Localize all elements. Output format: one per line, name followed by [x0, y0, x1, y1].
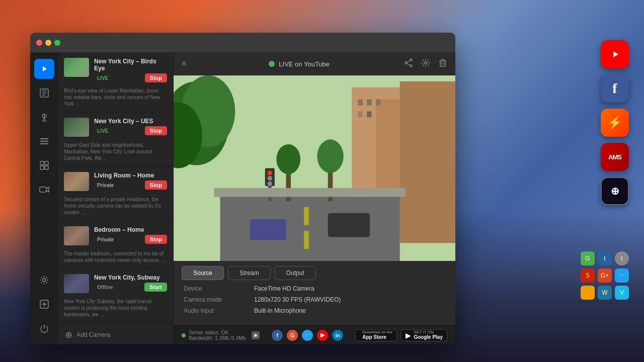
appstore-badge[interactable]: Download on the App Store — [355, 329, 397, 341]
right-app-icons: f ⚡ AMS ⊕ — [601, 40, 629, 205]
svg-point-18 — [43, 279, 46, 282]
server-status-dot — [182, 333, 186, 337]
camera-desc-3: The master bedroom, connected to my list… — [64, 250, 167, 263]
camera-name-4: New York City, Subway — [94, 274, 167, 281]
ams-app-icon[interactable]: AMS — [601, 143, 629, 171]
title-bar — [30, 33, 455, 53]
small-icon-3[interactable]: t — [615, 251, 629, 265]
settings-button[interactable] — [421, 58, 430, 70]
sidebar-icon-grid[interactable] — [34, 155, 54, 175]
sidebar-icon-power[interactable] — [34, 318, 54, 338]
live-status-dot — [269, 61, 275, 67]
small-icon-8[interactable]: W — [598, 286, 612, 300]
camera-thumb-3 — [64, 226, 89, 245]
social-facebook-button[interactable]: f — [272, 330, 283, 341]
sidebar-icon-video[interactable] — [34, 179, 54, 200]
tab-source[interactable]: Source — [182, 266, 224, 280]
camera-status-1: LIVE — [94, 128, 111, 134]
sidebar-icon-add[interactable] — [34, 294, 54, 314]
svg-point-27 — [425, 61, 427, 64]
svg-rect-45 — [304, 207, 309, 225]
small-icon-9[interactable]: V — [615, 286, 629, 300]
target-app-icon[interactable]: ⊕ — [601, 177, 629, 205]
camera-name-3: Bedroom – Home — [94, 226, 167, 233]
camera-status-2: Private — [94, 182, 117, 189]
svg-rect-47 — [250, 219, 286, 240]
right-small-icons: G t t S G+ 🐦 🔆 W V — [581, 251, 629, 300]
maximize-button[interactable] — [54, 40, 60, 46]
add-camera-button[interactable]: ⊕ Add Camera — [58, 323, 173, 344]
svg-point-52 — [268, 176, 273, 181]
server-status-text: Server status: OK — [189, 330, 246, 335]
social-youtube-button[interactable]: ▶ — [317, 330, 328, 341]
camera-item-1[interactable]: New York City – UES LIVE Stop Upper East… — [58, 113, 173, 167]
sidebar-icon-play[interactable] — [34, 59, 54, 79]
add-camera-label: Add Camera — [76, 331, 110, 338]
sidebar-icon-list[interactable] — [34, 131, 54, 151]
small-icon-6[interactable]: 🐦 — [615, 268, 629, 283]
server-status: Server status: OK Bandwidth: 1.2Mb /1.4M… — [182, 330, 260, 341]
audio-input-label: Audio input — [184, 307, 254, 314]
small-icon-5[interactable]: G+ — [598, 268, 612, 283]
camera-action-btn-3[interactable]: Stop — [145, 235, 167, 244]
youtube-app-icon[interactable] — [601, 40, 629, 68]
social-linkedin-button[interactable]: in — [332, 330, 343, 341]
camera-action-btn-1[interactable]: Stop — [145, 126, 167, 135]
svg-point-53 — [268, 182, 273, 187]
minimize-button[interactable] — [45, 40, 51, 46]
camera-list[interactable]: New York City – Birds Eye LIVE Stop Bird… — [58, 53, 174, 344]
main-content: ≡ LIVE on YouTube — [174, 53, 455, 344]
svg-point-51 — [268, 170, 273, 175]
camera-name-1: New York City – UES — [94, 118, 167, 125]
video-preview — [174, 75, 455, 261]
app-window: New York City – Birds Eye LIVE Stop Bird… — [30, 33, 455, 344]
top-bar-actions — [404, 58, 447, 70]
audio-input-row: Audio input Built-in Microphone — [184, 307, 445, 314]
camera-item-0[interactable]: New York City – Birds Eye LIVE Stop Bird… — [58, 53, 173, 113]
menu-icon[interactable]: ≡ — [182, 59, 186, 68]
appstore-sub-text: Download on the — [362, 330, 392, 335]
small-icon-1[interactable]: G — [581, 251, 595, 265]
facebook-app-icon[interactable]: f — [601, 74, 629, 103]
small-icon-7[interactable]: 🔆 — [581, 286, 595, 300]
camera-status-4: Offline — [94, 284, 116, 291]
traffic-lights — [36, 40, 60, 46]
live-indicator: LIVE on YouTube — [194, 60, 404, 68]
tab-output[interactable]: Output — [275, 266, 316, 280]
svg-rect-10 — [40, 138, 48, 139]
share-button[interactable] — [404, 58, 413, 70]
camera-action-btn-2[interactable]: Stop — [145, 180, 167, 190]
svg-line-26 — [407, 63, 410, 65]
device-label: Device — [184, 285, 254, 292]
camera-desc-4: New York City Subway, the rapid transit … — [64, 298, 167, 318]
social-google-button[interactable]: G — [287, 330, 298, 341]
googleplay-badge[interactable]: ▶ GET IT ON Google Play — [401, 329, 447, 341]
camera-action-btn-4[interactable]: Start — [144, 283, 167, 292]
svg-rect-36 — [358, 100, 363, 106]
camera-status-0: LIVE — [94, 75, 111, 81]
camera-item-2[interactable]: Living Room – Home Private Stop Secured … — [58, 167, 173, 221]
tab-stream[interactable]: Stream — [228, 266, 271, 280]
camera-action-btn-0[interactable]: Stop — [145, 73, 167, 82]
camera-item-4[interactable]: New York City, Subway Offline Start New … — [58, 269, 173, 323]
sidebar-icon-book[interactable] — [34, 83, 54, 103]
svg-rect-46 — [304, 231, 309, 249]
device-row: Device FaceTime HD Camera — [184, 285, 445, 292]
delete-button[interactable] — [438, 58, 447, 70]
live-status-text: LIVE on YouTube — [279, 60, 330, 68]
sidebar-icon-location[interactable] — [34, 107, 54, 127]
sidebar-icon-settings[interactable] — [34, 270, 54, 290]
export-icon[interactable] — [252, 331, 260, 339]
camera-item-3[interactable]: Bedroom – Home Private Stop The master b… — [58, 221, 173, 269]
social-twitter-button[interactable]: 🐦 — [302, 330, 313, 341]
small-icon-4[interactable]: S — [581, 268, 595, 283]
tab-row: Source Stream Output — [174, 261, 455, 280]
svg-rect-39 — [358, 111, 363, 117]
lightning-app-icon[interactable]: ⚡ — [601, 109, 629, 137]
svg-rect-35 — [400, 81, 455, 243]
svg-rect-58 — [214, 188, 406, 197]
svg-rect-14 — [45, 161, 48, 165]
audio-input-value: Built-in Microphone — [254, 307, 306, 314]
small-icon-2[interactable]: t — [598, 251, 612, 265]
close-button[interactable] — [36, 40, 42, 46]
